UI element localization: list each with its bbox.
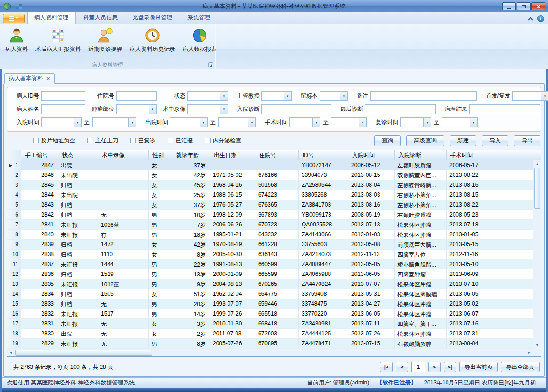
grid-cell[interactable]: 未汇报 — [58, 220, 98, 229]
grid-cell[interactable] — [98, 200, 149, 209]
grid-cell[interactable]: 25岁 — [172, 190, 210, 200]
grid-cell[interactable]: 归档 — [58, 240, 98, 249]
grid-cell[interactable]: 1988-06-15 — [210, 190, 255, 200]
grid-cell[interactable]: 右侧桥小脑角... — [395, 190, 447, 200]
grid-cell[interactable]: 1444 — [98, 259, 149, 269]
grid-cell[interactable]: 2013-07-10 — [447, 279, 491, 289]
endocrine-exam-checkbox[interactable]: 内分泌检查 — [205, 137, 241, 145]
grid-cell[interactable]: 有 — [98, 230, 149, 239]
grid-cell[interactable]: 女 — [149, 319, 172, 328]
inpatient-no-input[interactable] — [116, 91, 157, 101]
chevron-down-icon[interactable]: ▼ — [541, 92, 548, 100]
grid-cell[interactable]: 出院 — [58, 160, 98, 170]
grid-cell[interactable]: 14岁 — [172, 309, 210, 318]
grid-cell[interactable]: 右颞叶胶质瘤 — [395, 210, 447, 219]
admission-date-from[interactable]: ▼ — [41, 117, 82, 127]
scroll-left-icon[interactable]: ◄ — [7, 349, 15, 356]
grid-cell[interactable]: 未汇报 — [58, 339, 98, 348]
grid-cell[interactable]: 2013-07-26 — [348, 329, 395, 338]
grid-cell[interactable]: 2006-05-17 — [447, 160, 491, 170]
grid-cell[interactable]: 四脑室占位 — [395, 250, 447, 259]
table-row[interactable]: ▶12847出院女37岁YB00721472006-05-12左额叶胶质瘤200… — [7, 160, 541, 170]
horizontal-scrollbar[interactable]: ◄ ► — [7, 349, 533, 356]
grid-cell[interactable]: 2008-05-19 — [348, 210, 395, 219]
grid-cell[interactable]: ZA4470824 — [299, 279, 348, 289]
grid-cell[interactable]: 松果体区肿瘤 — [395, 309, 447, 318]
app-logo-icon[interactable] — [3, 2, 11, 11]
grid-cell[interactable]: 2013-08-16 — [348, 200, 395, 209]
grid-cell[interactable]: YB0099173 — [299, 210, 348, 219]
grid-cell[interactable]: 42岁 — [172, 170, 210, 180]
admission-date-to[interactable]: ▼ — [92, 117, 136, 127]
grid-cell[interactable]: 松果体区肿瘤 — [395, 230, 447, 239]
checkbox-icon[interactable] — [87, 138, 93, 143]
grid-cell[interactable]: 松果体区肿瘤 — [395, 279, 447, 289]
grid-cell[interactable]: 2012-11-16 — [447, 250, 491, 259]
grid-cell[interactable]: 2013-07-11 — [348, 319, 395, 328]
grid-cell[interactable]: 出院 — [58, 329, 98, 338]
grid-cell[interactable]: 2013-05-10 — [447, 259, 491, 269]
table-row[interactable]: 122836归档1519男13岁2000-01-09665599ZA406598… — [7, 269, 541, 279]
page-number-input[interactable]: 1 — [411, 362, 425, 372]
grid-cell[interactable]: 2013-08-16 — [447, 180, 491, 190]
grid-cell[interactable]: 归档 — [58, 250, 98, 259]
grid-cell[interactable]: 男 — [149, 259, 172, 269]
grid-cell[interactable]: 2013-06-09 — [447, 269, 491, 279]
grid-cell[interactable]: 松果体区脑膜瘤 — [395, 289, 447, 299]
chevron-down-icon[interactable]: ▼ — [284, 92, 291, 100]
grid-cell[interactable]: 无 — [98, 329, 149, 338]
tumor-site-combo[interactable]: ▼ — [116, 104, 157, 114]
prev-page-button[interactable]: < — [396, 362, 408, 372]
grid-cell[interactable]: 2008-05-23 — [447, 210, 491, 219]
grid-cell[interactable]: 女 — [149, 250, 172, 259]
grid-cell[interactable]: 前颅底巨大脑... — [395, 240, 447, 249]
grid-cell[interactable]: 2013-05-15 — [447, 240, 491, 249]
patient-id-input[interactable] — [41, 91, 85, 101]
grid-cell[interactable]: 636143 — [255, 250, 299, 259]
export-button[interactable]: 导出 — [514, 135, 540, 146]
chevron-down-icon[interactable]: ▼ — [423, 118, 431, 127]
advanced-query-button[interactable]: 高级查询 — [406, 135, 444, 146]
grid-cell[interactable]: 左额叶胶质瘤 — [395, 160, 447, 170]
table-row[interactable]: 42844未出院女25岁1988-06-15674223338052682013… — [7, 190, 541, 200]
grid-cell[interactable]: 33770220 — [299, 309, 348, 318]
grid-cell[interactable]: 2013-08-15 — [348, 170, 395, 180]
table-row[interactable]: 82840未汇报有男18岁1995-01-21643332ZA414306620… — [7, 230, 541, 240]
grid-column-header[interactable]: 住院号 — [255, 150, 299, 160]
grid-cell[interactable]: 松果体区肿瘤 — [395, 299, 447, 309]
grid-cell[interactable]: 1517 — [98, 309, 149, 318]
grid-cell[interactable]: 1998-12-09 — [210, 210, 255, 219]
grid-cell[interactable]: 2013-05-31 — [348, 289, 395, 299]
specimen-combo[interactable]: ▼ — [320, 91, 348, 101]
grid-cell[interactable]: 2837 — [21, 259, 58, 269]
grid-cell[interactable]: 1012蓝 — [98, 279, 149, 289]
grid-cell[interactable]: 男 — [149, 309, 172, 318]
ribbon-button-revisit-reminder[interactable]: 近期复诊提醒 — [85, 25, 126, 60]
grid-cell[interactable]: 2013-08-22 — [447, 200, 491, 209]
grid-cell[interactable]: 右额颞脑脓肿 — [395, 339, 447, 348]
grid-cell[interactable]: 18岁 — [172, 230, 210, 239]
table-row[interactable]: 172831未汇报无女3岁2010-01-30668418ZA343098120… — [7, 319, 541, 329]
grid-cell[interactable]: 女 — [149, 170, 172, 180]
grid-cell[interactable]: 20岁 — [172, 299, 210, 309]
new-button[interactable]: 新建 — [450, 135, 476, 146]
grid-cell[interactable]: 670265 — [255, 279, 299, 289]
grid-cell[interactable]: 左侧桥小脑角... — [395, 200, 447, 209]
grid-cell[interactable]: 1971-05-02 — [210, 170, 255, 180]
reported-checkbox[interactable]: 已汇报 — [168, 137, 193, 145]
grid-cell[interactable]: 676166 — [255, 170, 299, 180]
grid-cell[interactable]: 37岁 — [172, 160, 210, 170]
checkbox-icon[interactable] — [168, 138, 173, 143]
table-row[interactable]: 112837未汇报1444男22岁1991-08-13660599ZA40894… — [7, 259, 541, 269]
grid-cell[interactable]: 1110 — [98, 250, 149, 259]
revisit-date-to[interactable]: ▼ — [442, 117, 478, 127]
table-row[interactable]: 162832未汇报1517男14岁1999-07-266655183377022… — [7, 309, 541, 319]
grid-cell[interactable]: 无 — [98, 319, 149, 328]
ribbon-button-history-record[interactable]: 病人资料历史记录 — [126, 25, 178, 60]
grid-cell[interactable]: 660599 — [255, 259, 299, 269]
grid-cell[interactable]: ZA4089447 — [299, 259, 348, 269]
grid-cell[interactable]: 1976-05-27 — [210, 200, 255, 209]
grid-cell[interactable]: 2843 — [21, 200, 58, 209]
chevron-down-icon[interactable]: ▼ — [74, 118, 81, 127]
grid-cell[interactable]: 桥小脑角胆脂... — [395, 259, 447, 269]
